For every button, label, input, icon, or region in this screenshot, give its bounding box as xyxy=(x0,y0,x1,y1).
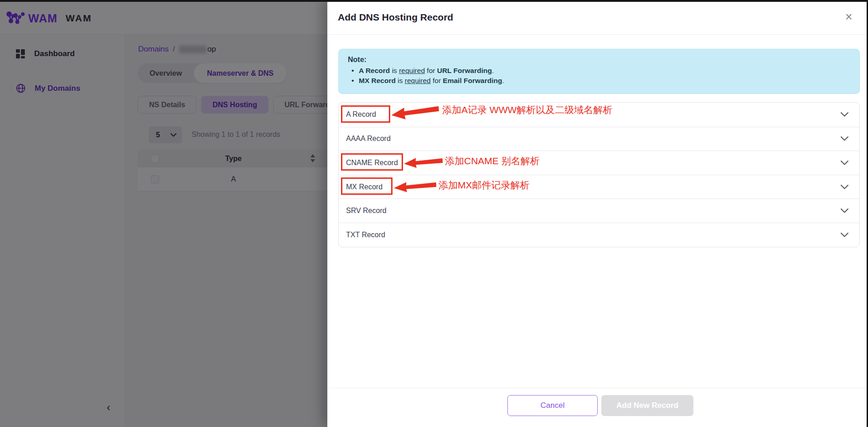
note-item-mx-record: MX Record is required for Email Forwardi… xyxy=(359,77,850,85)
chevron-down-icon xyxy=(841,208,848,213)
chevron-down-icon xyxy=(841,161,848,165)
cancel-button[interactable]: Cancel xyxy=(507,395,598,416)
chevron-down-icon xyxy=(841,185,848,189)
accordion-row-srv-record[interactable]: SRV Record xyxy=(339,198,859,223)
add-new-record-button[interactable]: Add New Record xyxy=(601,395,693,416)
close-icon[interactable]: × xyxy=(842,10,856,25)
accordion-row-aaaa-record[interactable]: AAAA Record xyxy=(339,127,859,151)
note-heading: Note: xyxy=(348,56,850,64)
modal-footer-divider xyxy=(327,388,868,388)
add-dns-record-modal: Add DNS Hosting Record × Note: A Record … xyxy=(327,0,868,427)
window-top-edge xyxy=(0,0,868,2)
note-item-a-record: A Record is required for URL Forwarding. xyxy=(359,67,850,75)
accordion-row-cname-record[interactable]: CNAME Record xyxy=(339,151,859,175)
record-type-accordion: A Record AAAA Record CNAME Record MX Rec… xyxy=(338,102,860,247)
modal-header-divider xyxy=(327,34,868,35)
chevron-down-icon xyxy=(841,136,848,141)
note-callout: Note: A Record is required for URL Forwa… xyxy=(338,49,860,94)
accordion-row-txt-record[interactable]: TXT Record xyxy=(339,223,859,247)
modal-title: Add DNS Hosting Record xyxy=(338,0,453,34)
chevron-down-icon xyxy=(841,112,848,117)
accordion-row-a-record[interactable]: A Record xyxy=(339,103,859,127)
accordion-row-mx-record[interactable]: MX Record xyxy=(339,175,859,199)
screen: WAM WAM Dashboard xyxy=(0,0,868,427)
chevron-down-icon xyxy=(841,233,848,237)
